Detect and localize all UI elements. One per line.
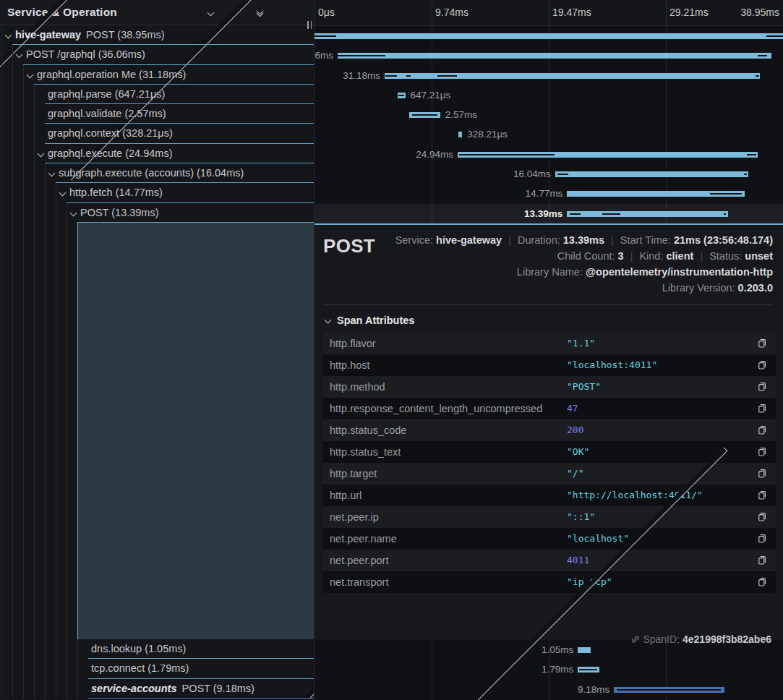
span-duration-bar[interactable] [555, 171, 748, 177]
span-bar-row[interactable]: 24.94ms [315, 145, 783, 164]
indent-guide [56, 639, 56, 659]
span-bar-row[interactable]: 2.57ms [315, 105, 783, 124]
overview-label: Status: [709, 250, 745, 262]
span-bar-row[interactable] [315, 26, 783, 46]
span-duration-bar[interactable] [567, 211, 728, 217]
span-bar-row[interactable]: 9.18ms [315, 680, 783, 699]
span-tree-row[interactable]: tcp.connect (1.79ms) [0, 659, 314, 678]
copy-icon[interactable] [756, 554, 769, 567]
divider [325, 304, 771, 305]
attribute-key: http.flavor [330, 338, 567, 349]
span-duration-bar[interactable] [458, 152, 758, 158]
span-duration-bar[interactable] [398, 93, 406, 98]
chevron-down-icon[interactable] [16, 51, 23, 59]
span-duration-bar[interactable] [578, 667, 599, 673]
indent-guide [1, 65, 2, 85]
span-tree-row[interactable]: http.fetch (14.77ms) [0, 183, 314, 202]
chevron-down-icon[interactable] [48, 170, 56, 177]
chevron-down-icon[interactable] [70, 209, 77, 216]
separator: | [611, 234, 614, 246]
copy-icon[interactable] [756, 380, 769, 393]
span-name: graphql.operation Me (31.18ms) [37, 65, 186, 85]
attribute-row: http.url"http://localhost:4011/" [323, 485, 776, 506]
indent-guide [1, 659, 2, 678]
indent-guide [45, 679, 46, 699]
timeline-tick: 38.95ms [740, 0, 779, 25]
span-tree-row[interactable]: graphql.context (328.21μs) [0, 124, 314, 143]
child-span-mark [710, 193, 741, 195]
copy-icon[interactable] [756, 424, 769, 437]
span-bar-row[interactable]: 328.21μs [315, 124, 783, 144]
span-name: http.fetch (14.77ms) [69, 183, 163, 202]
span-bar-row[interactable]: 31.18ms [315, 66, 783, 85]
span-tree-row[interactable]: dns.lookup (1.05ms) [0, 639, 314, 659]
link-icon[interactable] [630, 635, 640, 644]
indent-guide [1, 144, 2, 163]
resource-attributes-row[interactable]: Resource Attributes: host.arch=arm64|hos… [325, 604, 773, 627]
span-duration-bar[interactable] [578, 647, 590, 653]
timeline-tick: 0μs [318, 0, 335, 25]
span-bar-row[interactable]: 36.06ms [315, 46, 783, 65]
span-duration-bar[interactable] [315, 33, 783, 39]
span-tree: hive-gatewayPOST (38.95ms)POST /graphql … [0, 25, 314, 223]
span-name: tcp.connect (1.79ms) [91, 659, 189, 678]
attribute-row: http.method"POST" [323, 376, 776, 398]
chevron-down-icon[interactable] [38, 150, 45, 157]
span-duration-label: 2.57ms [445, 105, 477, 124]
span-id-value: 4e21998f3b82abe6 [683, 633, 771, 645]
indent-guide [34, 124, 35, 143]
expand-all-icon[interactable] [278, 6, 291, 19]
overview-value: 13.39ms [563, 234, 604, 246]
span-duration-bar[interactable] [385, 73, 760, 79]
span-tree-row[interactable]: graphql.operation Me (31.18ms) [0, 65, 314, 85]
indent-guide [45, 163, 46, 183]
indent-guide [34, 679, 35, 699]
copy-icon[interactable] [756, 445, 769, 458]
copy-icon[interactable] [756, 489, 769, 502]
copy-icon[interactable] [756, 337, 769, 350]
chevron-down-icon[interactable] [27, 71, 34, 78]
copy-icon[interactable] [756, 467, 769, 480]
attribute-value: "OK" [567, 446, 756, 457]
span-bar-row[interactable]: 14.77ms [315, 184, 783, 203]
span-tree-row[interactable]: graphql.validate (2.57ms) [0, 104, 314, 124]
span-duration-label: 9.18ms [578, 680, 609, 699]
overview-label: Start Time: [620, 234, 674, 246]
span-bar-row[interactable]: 16.04ms [315, 164, 783, 184]
span-duration-bar[interactable] [458, 132, 462, 137]
chevron-down-icon[interactable] [59, 189, 67, 197]
attribute-key: net.peer.port [330, 555, 567, 566]
span-duration-bar[interactable] [567, 191, 745, 197]
span-duration-bar[interactable] [409, 112, 440, 118]
span-bar-row[interactable]: 1.79ms [315, 660, 783, 679]
span-tree-row[interactable]: subgraph.execute (accounts) (16.04ms) [0, 163, 314, 183]
span-tree-row[interactable]: graphql.execute (24.94ms) [0, 144, 314, 163]
attribute-row: net.peer.port4011 [323, 550, 776, 571]
span-tree-row[interactable]: POST (13.39ms) [0, 203, 314, 223]
indent-guide [23, 65, 24, 85]
span-duration-bar[interactable] [338, 53, 771, 59]
overview-label: Service: [395, 234, 436, 246]
attribute-value: "localhost" [567, 533, 756, 544]
indent-guide [1, 679, 2, 699]
span-tree-row[interactable]: service-accountsPOST (9.18ms) [0, 679, 314, 699]
copy-icon[interactable] [756, 576, 769, 589]
copy-icon[interactable] [756, 359, 769, 372]
indent-guide [77, 639, 78, 659]
span-tree-row[interactable]: POST /graphql (36.06ms) [0, 45, 314, 64]
span-bar-row[interactable]: 647.21μs [315, 85, 783, 105]
indent-guide [12, 183, 13, 202]
span-tree-bottom: dns.lookup (1.05ms)tcp.connect (1.79ms)s… [0, 639, 314, 699]
copy-icon[interactable] [756, 511, 769, 524]
chevron-down-icon[interactable] [5, 32, 12, 39]
span-tree-row[interactable]: hive-gatewayPOST (38.95ms) [0, 25, 314, 45]
copy-icon[interactable] [756, 402, 769, 415]
span-tree-row[interactable]: graphql.parse (647.21μs) [0, 85, 314, 104]
attribute-value: 4011 [567, 555, 756, 565]
span-bar-row[interactable]: 13.39ms [315, 204, 783, 223]
copy-icon[interactable] [756, 532, 769, 545]
span-attributes-toggle[interactable]: Span Attributes [325, 315, 773, 326]
indent-guide [1, 183, 2, 202]
attribute-row: http.host"localhost:4011" [323, 354, 776, 376]
span-duration-bar[interactable] [614, 687, 724, 693]
